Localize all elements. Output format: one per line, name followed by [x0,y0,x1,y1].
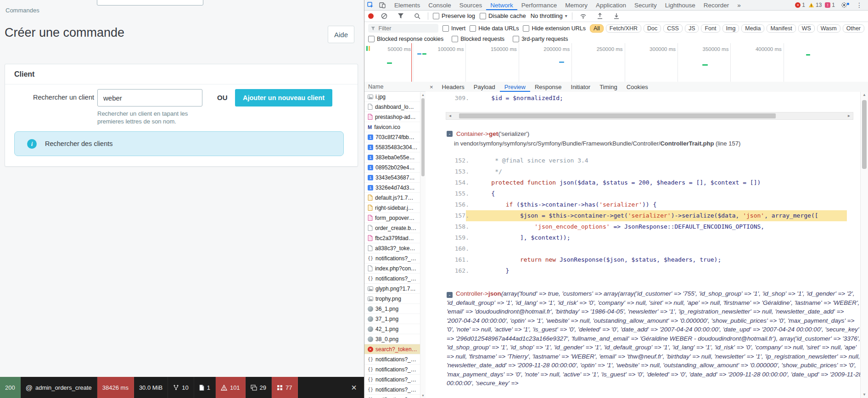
horizontal-scrollbar[interactable]: ◄ ► [446,112,853,120]
network-request-row[interactable]: {}notifications?_… [364,354,426,364]
network-request-row[interactable]: {}notifications?_… [364,385,426,395]
export-har-icon[interactable] [610,13,622,19]
devtools-tab-security[interactable]: Security [630,0,661,10]
devtools-tab-application[interactable]: Application [592,0,630,10]
network-conditions-icon[interactable] [577,13,589,19]
network-request-row[interactable]: 36_1.png [364,304,426,314]
network-request-row[interactable]: 13326e4d74d3… [364,183,426,193]
network-request-row[interactable]: Mfavicon.ico [364,122,426,132]
inspect-element-icon[interactable] [364,2,376,8]
filter-chip-all[interactable]: All [590,24,604,33]
detail-tab-headers[interactable]: Headers [437,82,469,92]
network-request-row[interactable]: dashboard_lo… [364,102,426,112]
3rd-party-requests-checkbox[interactable]: 3rd-party requests [513,36,568,42]
network-request-row[interactable]: right-sidebar.j… [364,203,426,213]
toolbar-block-logs[interactable]: 101 [216,377,246,398]
scrollbar-thumb[interactable] [862,100,867,169]
toolbar-block-status[interactable]: 200 [0,377,21,398]
scrollbar-thumb[interactable] [459,113,776,118]
network-request-row[interactable]: {}notifications?_… [364,274,426,284]
network-request-row[interactable]: trophy.png [364,294,426,304]
scroll-down-icon[interactable]: ▼ [861,392,868,398]
blocked-requests-checkbox[interactable]: Blocked requests [452,36,504,42]
filter-chip-manifest[interactable]: Manifest [767,24,795,33]
network-request-row[interactable]: default.js?1.7… [364,193,426,203]
scroll-up-icon[interactable]: ▲ [420,92,426,97]
network-request-row[interactable]: ×search?_token… [364,344,426,354]
import-har-icon[interactable] [594,13,606,19]
devtools-tab-memory[interactable]: Memory [561,0,592,10]
filter-chip-js[interactable]: JS [685,24,699,33]
filter-chip-other[interactable]: Other [843,24,864,33]
filter-chip-doc[interactable]: Doc [644,24,661,33]
detail-tab-timing[interactable]: Timing [595,82,622,92]
toolbar-block-forms[interactable]: 10 [168,377,194,398]
help-button[interactable]: Aide [328,26,354,43]
device-toolbar-icon[interactable] [376,2,388,8]
network-request-row[interactable]: 108952b029e4… [364,163,426,173]
network-request-row[interactable]: {}notifications?_… [364,253,426,263]
close-toolbar-button[interactable]: × [344,382,364,393]
devtools-tab-network[interactable]: Network [486,0,517,10]
filter-chip-wasm[interactable]: Wasm [817,24,840,33]
network-request-row[interactable]: 1703c8f274fbb… [364,132,426,142]
throttling-select[interactable]: No throttling ▾ [531,12,567,19]
toolbar-block-memory[interactable]: 30.0 MiB [134,377,168,398]
add-new-client-button[interactable]: Ajouter un nouveau client [235,89,332,107]
toolbar-block-route[interactable]: @admin_orders_create [21,377,97,398]
filter-chip-fetch-xhr[interactable]: Fetch/XHR [606,24,641,33]
close-request-icon[interactable]: × [426,84,437,90]
devtools-tab-lighthouse[interactable]: Lighthouse [661,0,700,10]
toolbar-block-time[interactable]: 38426 ms [97,377,134,398]
toolbar-block-cache[interactable]: 29 [246,377,272,398]
collapse-toggle-icon[interactable]: - [447,292,453,298]
network-request-row[interactable]: 37_1.png [364,314,426,324]
devtools-tab-performance[interactable]: Performance [517,0,561,10]
network-request-row[interactable]: fbc2a379fdad… [364,233,426,243]
network-request-row[interactable]: {}notifications?_… [364,364,426,375]
warnings-badge[interactable]: 13 [808,2,822,8]
scroll-right-icon[interactable]: ► [845,112,853,119]
filter-toggle-icon[interactable] [395,13,407,19]
vertical-scrollbar[interactable]: ▲ ▼ [860,92,868,398]
network-overview-timeline[interactable]: 50000 ms100000 ms150000 ms200000 ms25000… [364,43,868,82]
record-button[interactable] [368,13,374,19]
detail-tab-cookies[interactable]: Cookies [622,82,653,92]
filter-chip-img[interactable]: Img [722,24,739,33]
detail-tab-initiator[interactable]: Initiator [566,82,595,92]
devtools-tab-recorder[interactable]: Recorder [700,0,734,10]
network-request-row[interactable]: a838c3?_toke… [364,243,426,253]
disable-cache-checkbox[interactable]: Disable cache [480,12,526,19]
filter-input[interactable] [378,25,436,32]
detail-tab-response[interactable]: Response [530,82,566,92]
network-request-row[interactable]: index.php?con… [364,263,426,274]
more-options-icon[interactable]: ⋮ [853,1,865,9]
network-request-row[interactable]: 1383eba0e55e… [364,152,426,163]
network-request-row[interactable]: 155835483c304… [364,142,426,152]
toolbar-block-requests[interactable]: 1 [194,377,216,398]
issues-badge[interactable]: !1 [825,2,835,8]
devtools-tab-console[interactable]: Console [424,0,455,10]
search-icon[interactable] [411,13,423,19]
network-request-row[interactable]: {}notifications?_… [364,395,426,398]
filter-chip-css[interactable]: CSS [663,24,683,33]
filter-chip-media[interactable]: Media [741,24,764,33]
errors-badge[interactable]: ×1 [795,2,805,8]
filter-chip-ws[interactable]: WS [798,24,815,33]
network-request-row[interactable]: form_popover… [364,213,426,223]
network-request-row[interactable]: 42_1.png [364,324,426,334]
name-column-header[interactable]: Name [364,82,426,92]
devtools-tab-sources[interactable]: Sources [455,0,487,10]
scrollbar-thumb[interactable] [421,98,425,176]
network-request-row[interactable]: 38_0.png [364,334,426,344]
preserve-log-checkbox[interactable]: Preserve log [433,12,475,19]
blocked-response-cookies-checkbox[interactable]: Blocked response cookies [368,36,443,42]
more-tabs-button[interactable]: » [733,0,745,10]
request-list-scrollbar[interactable]: ▲ ▼ [420,92,426,398]
filter-chip-font[interactable]: Font [701,24,720,33]
devtools-tab-elements[interactable]: Elements [390,0,424,10]
toolbar-block-twig[interactable]: 77 [272,377,297,398]
clear-network-log-icon[interactable] [378,13,390,19]
detail-tab-payload[interactable]: Payload [469,82,500,92]
scroll-up-icon[interactable]: ▲ [861,92,868,98]
